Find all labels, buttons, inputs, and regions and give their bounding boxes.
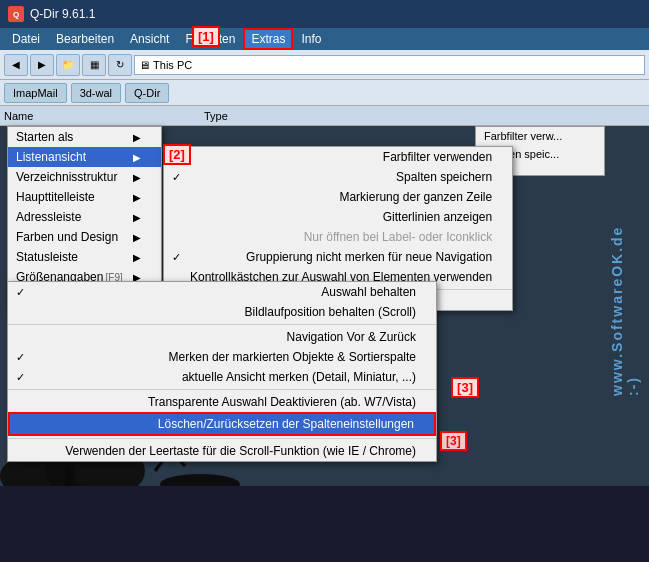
extras-status[interactable]: Statusleiste ▶ <box>8 247 161 267</box>
address-bar[interactable]: 🖥 This PC <box>134 55 645 75</box>
svg-rect-3 <box>65 466 73 486</box>
folder-icon-btn[interactable]: 📁 <box>56 54 80 76</box>
favorites-bar: ImapMail 3d-wal Q-Dir <box>0 80 649 106</box>
extras-listenansicht-top[interactable]: Listenansicht ▶ <box>8 147 161 167</box>
extras-adress[interactable]: Adressleiste ▶ <box>8 207 161 227</box>
bottom-transparent[interactable]: Transparente Auswahl Deaktivieren (ab. W… <box>8 392 436 412</box>
fav-imapmail[interactable]: ImapMail <box>4 83 67 103</box>
back-button[interactable]: ◀ <box>4 54 28 76</box>
svg-point-10 <box>160 474 240 486</box>
bottom-menu[interactable]: ✓ Auswahl behalten Bildlaufposition beha… <box>7 281 437 462</box>
listen-nuroeffnen[interactable]: Nur öffnen bei Label- oder Iconklick <box>164 227 512 247</box>
extras-starten[interactable]: Starten als ▶ <box>8 127 161 147</box>
sep3 <box>8 389 436 390</box>
forward-button[interactable]: ▶ <box>30 54 54 76</box>
bottom-auswahl[interactable]: ✓ Auswahl behalten <box>8 282 436 302</box>
extras-verzeichnis[interactable]: Verzeichnisstruktur ▶ <box>8 167 161 187</box>
address-icon: 🖥 <box>139 59 150 71</box>
bottom-loeschen[interactable]: Löschen/Zurücksetzen der Spalteneinstell… <box>8 412 436 436</box>
app-title: Q-Dir 9.61.1 <box>30 7 95 21</box>
fav-qdir[interactable]: Q-Dir <box>125 83 169 103</box>
listen-farbfilter[interactable]: ✓ Farbfilter verwenden <box>164 147 512 167</box>
label-2: [2] <box>163 144 191 165</box>
title-bar: Q Q-Dir 9.61.1 <box>0 0 649 28</box>
menu-bar: Datei Bearbeiten Ansicht Favoriten Extra… <box>0 28 649 50</box>
bottom-merken[interactable]: ✓ Merken der markierten Objekte & Sortie… <box>8 347 436 367</box>
view-btn[interactable]: ▦ <box>82 54 106 76</box>
refresh-btn[interactable]: ↻ <box>108 54 132 76</box>
menu-bearbeiten[interactable]: Bearbeiten <box>48 28 122 50</box>
listen-spalten[interactable]: ✓ Spalten speichern <box>164 167 512 187</box>
fav-3dwal[interactable]: 3d-wal <box>71 83 121 103</box>
col-type: Type <box>204 110 645 122</box>
menu-info[interactable]: Info <box>293 28 329 50</box>
listen-gitter[interactable]: Gitterlinien anzeigen <box>164 207 512 227</box>
pr-farbfilter[interactable]: Farbfilter verw... <box>476 127 604 145</box>
listen-markierung[interactable]: Markierung der ganzen Zeile <box>164 187 512 207</box>
bottom-leertaste[interactable]: Verwenden der Leertaste für die Scroll-F… <box>8 441 436 461</box>
column-headers: Name Type <box>0 106 649 126</box>
extras-haupttitel[interactable]: Haupttitelleiste ▶ <box>8 187 161 207</box>
app-icon: Q <box>8 6 24 22</box>
listen-gruppierung[interactable]: ✓ Gruppierung nicht merken für neue Navi… <box>164 247 512 267</box>
col-name: Name <box>4 110 204 122</box>
label-3-marker: [3] <box>440 431 467 451</box>
menu-extras[interactable]: Extras <box>243 28 293 50</box>
sep2 <box>8 324 436 325</box>
sep4 <box>8 438 436 439</box>
label-1: [1] <box>192 26 220 47</box>
menu-datei[interactable]: Datei <box>4 28 48 50</box>
bottom-navigation[interactable]: Navigation Vor & Zurück <box>8 327 436 347</box>
address-text: This PC <box>153 59 192 71</box>
menu-ansicht[interactable]: Ansicht <box>122 28 177 50</box>
watermark: www.SoftwareOK.de :-) <box>609 216 641 396</box>
main-area: www.SoftwareOK.de :-) [3] Starten als ▶ <box>0 126 649 486</box>
toolbar: ◀ ▶ 📁 ▦ ↻ 🖥 This PC <box>0 50 649 80</box>
extras-farben[interactable]: Farben und Design ▶ <box>8 227 161 247</box>
label-3: [3] <box>451 377 479 398</box>
bottom-bildlauf[interactable]: Bildlaufposition behalten (Scroll) <box>8 302 436 322</box>
bottom-aktuelle[interactable]: ✓ aktuelle Ansicht merken (Detail, Minia… <box>8 367 436 387</box>
